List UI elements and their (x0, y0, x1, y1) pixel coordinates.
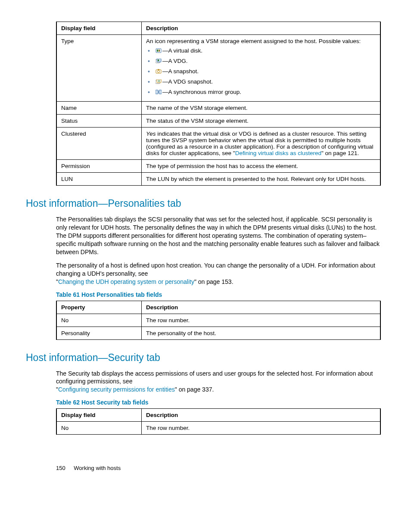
cell-type-desc: An icon representing a VSM storage eleme… (142, 35, 381, 102)
type-intro-text: An icon representing a VSM storage eleme… (146, 38, 361, 44)
table-row: Clustered Yes indicates that the virtual… (56, 128, 380, 160)
personalities-table: Property Description No The row number. … (56, 301, 381, 340)
changing-udh-link[interactable]: Changing the UDH operating system or per… (58, 278, 194, 285)
table-row: Personality The personality of the host. (56, 327, 380, 339)
para2-lead: The personality of a host is defined upo… (56, 262, 375, 277)
col-display-field: Display field (56, 409, 142, 422)
chapter-title: Working with hosts (74, 465, 121, 471)
page-footer: 150 Working with hosts (56, 465, 381, 471)
vsm-elements-table: Display field Description Type An icon r… (56, 22, 381, 186)
cell-no-desc: The row number. (142, 422, 381, 435)
cell-personality-desc: The personality of the host. (142, 327, 381, 339)
cell-no-desc: The row number. (142, 314, 381, 327)
table-row: No The row number. (56, 422, 380, 435)
snapshot-label: —A snapshot. (162, 68, 199, 75)
security-para1: The Security tab displays the access per… (56, 370, 381, 394)
page-number: 150 (56, 465, 65, 471)
col-description: Description (142, 22, 381, 35)
personalities-para2: The personality of a host is defined upo… (56, 261, 381, 286)
cell-name-desc: The name of the VSM storage element. (142, 102, 381, 115)
col-description: Description (142, 409, 381, 422)
mirror-label: —A synchronous mirror group. (162, 89, 241, 95)
cell-clustered-label: Clustered (56, 128, 142, 160)
list-item: —A synchronous mirror group. (148, 88, 376, 96)
cell-type-label: Type (56, 35, 142, 102)
col-description: Description (142, 301, 381, 314)
cell-status-desc: The status of the VSM storage element. (142, 115, 381, 128)
cell-name-label: Name (56, 102, 142, 115)
para2-tail: " on page 153. (194, 278, 234, 285)
cell-no-label: No (56, 314, 142, 327)
table-row: LUN The LUN by which the element is pres… (56, 173, 380, 186)
col-property: Property (56, 301, 142, 314)
security-heading: Host information—Security tab (26, 352, 385, 364)
cell-lun-desc: The LUN by which the element is presente… (142, 173, 381, 186)
table-row: Name The name of the VSM storage element… (56, 102, 380, 115)
table-header-row: Display field Description (56, 409, 380, 422)
vdgsnap-label: —A VDG snapshot. (162, 78, 213, 85)
security-table: Display field Description No The row num… (56, 408, 381, 435)
vdg-label: —A VDG. (162, 58, 188, 64)
cell-status-label: Status (56, 115, 142, 128)
virtual-disk-icon (156, 47, 162, 52)
cell-personality-label: Personality (56, 327, 142, 339)
col-display-field: Display field (56, 22, 142, 35)
personalities-heading: Host information—Personalities tab (26, 198, 385, 209)
personalities-para1: The Personalities tab displays the SCSI … (56, 215, 381, 256)
table-row: Status The status of the VSM storage ele… (56, 115, 380, 128)
defining-virtual-disks-link[interactable]: Defining virtual disks as clustered (235, 150, 321, 156)
vdg-snapshot-icon (156, 78, 162, 83)
table-header-row: Property Description (56, 301, 380, 314)
vd-label: —A virtual disk. (162, 47, 202, 54)
cell-permission-label: Permission (56, 160, 142, 173)
type-icon-list: —A virtual disk. —A VDG. —A snapshot. —A… (146, 47, 376, 96)
list-item: —A VDG snapshot. (148, 78, 376, 86)
clustered-yes: Yes (146, 131, 156, 137)
table-row: No The row number. (56, 314, 380, 327)
mirror-group-icon (156, 89, 162, 93)
table-row: Type An icon representing a VSM storage … (56, 35, 380, 102)
table62-caption: Table 62 Host Security tab fields (56, 399, 381, 406)
snapshot-icon (156, 68, 162, 73)
cell-permission-desc: The type of permission the host has to a… (142, 160, 381, 173)
sec-para-lead: The Security tab displays the access per… (56, 370, 373, 385)
table61-caption: Table 61 Host Personalities tab fields (56, 291, 381, 298)
cell-no-label: No (56, 422, 142, 435)
cell-clustered-desc: Yes indicates that the virtual disk or V… (142, 128, 381, 160)
list-item: —A snapshot. (148, 68, 376, 76)
cell-lun-label: LUN (56, 173, 142, 186)
configuring-security-link[interactable]: Configuring security permissions for ent… (58, 386, 175, 393)
vdg-icon (156, 58, 162, 62)
table-header-row: Display field Description (56, 22, 380, 35)
sec-para-tail: " on page 337. (175, 386, 214, 393)
list-item: —A VDG. (148, 57, 376, 65)
clustered-tail: " on page 121. (321, 150, 359, 156)
list-item: —A virtual disk. (148, 47, 376, 55)
table-row: Permission The type of permission the ho… (56, 160, 380, 173)
